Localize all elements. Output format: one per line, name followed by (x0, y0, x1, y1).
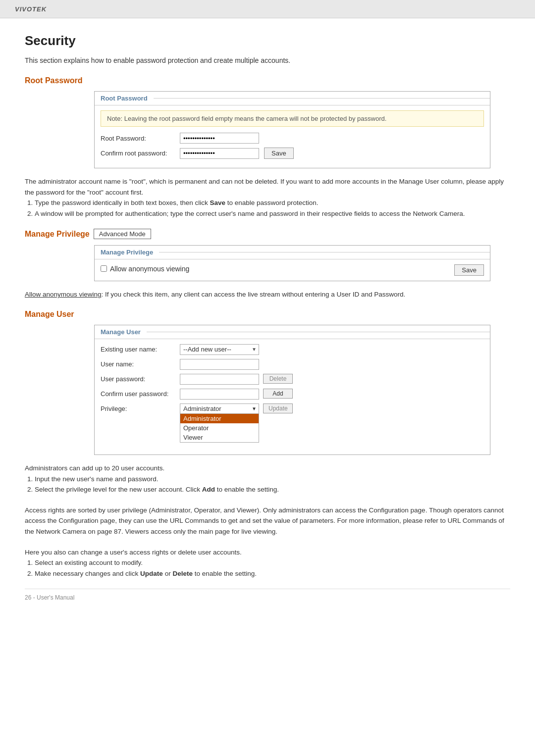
root-password-heading: Root Password (25, 76, 510, 85)
root-password-save-button[interactable]: Save (264, 148, 294, 159)
root-password-label: Root Password: (101, 135, 180, 142)
page-title: Security (25, 33, 510, 49)
privilege-select-header[interactable]: Administrator ▼ (180, 403, 259, 414)
anon-viewing-link[interactable]: Allow anonymous viewing (25, 291, 102, 298)
confirm-root-password-label: Confirm root password: (101, 150, 180, 157)
privilege-label: Privilege: (101, 403, 180, 412)
confirm-root-password-input[interactable] (180, 148, 259, 159)
root-password-input[interactable] (180, 133, 259, 144)
existing-user-value: --Add new user-- (180, 345, 250, 354)
root-password-description: The administrator account name is "root"… (25, 176, 510, 219)
existing-user-dropdown-icon: ▼ (250, 347, 259, 352)
privilege-option-operator[interactable]: Operator (180, 423, 259, 433)
delete-button[interactable]: Delete (263, 374, 293, 384)
page-intro: This section explains how to enable pass… (25, 56, 510, 64)
manage-user-heading: Manage User (25, 310, 510, 319)
manage-user-desc3-item2: Make necessary changes and click Update … (35, 568, 510, 579)
root-password-panel: Root Password Note: Leaving the root pas… (94, 91, 490, 168)
manage-privilege-section-header: Manage Privilege Advanced Mode (25, 229, 510, 239)
manage-privilege-heading: Manage Privilege (25, 230, 90, 239)
update-button[interactable]: Update (263, 403, 293, 413)
manage-privilege-panel: Manage Privilege Allow anonymous viewing… (94, 245, 490, 281)
manage-user-desc2: Access rights are sorted by user privile… (25, 505, 510, 537)
manage-user-desc3: Here you also can change a user's access… (25, 547, 510, 579)
manage-privilege-save-button[interactable]: Save (454, 264, 484, 276)
footer: 26 - User's Manual (25, 589, 510, 601)
existing-user-label: Existing user name: (101, 344, 180, 353)
manage-user-desc-item2: Select the privilege level for the new u… (35, 484, 510, 495)
privilege-option-viewer[interactable]: Viewer (180, 433, 259, 442)
manage-user-desc1: Administrators can add up to 20 user acc… (25, 463, 510, 495)
privilege-selected-value: Administrator (180, 404, 250, 413)
header: VIVOTEK (0, 0, 535, 18)
advanced-mode-button[interactable]: Advanced Mode (94, 229, 151, 239)
privilege-option-administrator[interactable]: Administrator (180, 414, 259, 423)
confirm-user-password-input[interactable] (180, 389, 259, 400)
username-input[interactable] (180, 359, 259, 370)
manage-user-desc-item1: Input the new user's name and password. (35, 474, 510, 485)
root-password-note: Note: Leaving the root password field em… (101, 110, 484, 127)
vivotek-logo: VIVOTEK (15, 5, 47, 13)
manage-privilege-panel-title: Manage Privilege (95, 246, 159, 259)
root-password-panel-title: Root Password (95, 92, 154, 105)
confirm-user-password-label: Confirm user password: (101, 389, 180, 398)
manage-user-panel: Manage User Existing user name: --Add ne… (94, 325, 490, 455)
user-password-label: User password: (101, 374, 180, 383)
username-label: User name: (101, 359, 180, 368)
manage-user-desc3-item1: Select an existing account to modify. (35, 557, 510, 568)
privilege-dropdown-list: Administrator Operator Viewer (180, 414, 259, 443)
privilege-chevron-icon: ▼ (250, 406, 259, 411)
add-button[interactable]: Add (263, 389, 293, 399)
manage-user-panel-title: Manage User (95, 325, 147, 339)
allow-anonymous-viewing-checkbox[interactable] (101, 265, 107, 272)
anon-viewing-description: Allow anonymous viewing: If you check th… (25, 289, 510, 300)
allow-anonymous-viewing-label: Allow anonymous viewing (110, 265, 189, 273)
user-password-input[interactable] (180, 374, 259, 385)
